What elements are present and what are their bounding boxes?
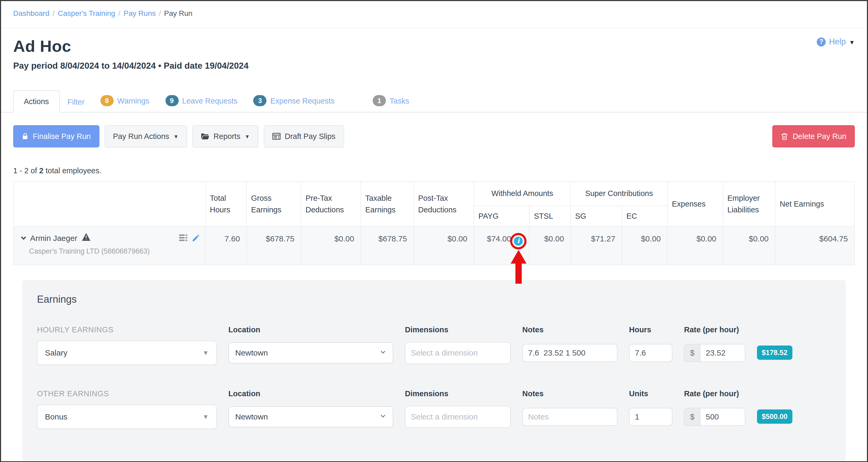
hourly-notes-input[interactable] — [522, 344, 617, 362]
hourly-total-badge: $178.52 — [757, 346, 793, 360]
pay-run-actions-button[interactable]: Pay Run Actions ▼ — [104, 125, 187, 147]
column-header-ec: EC — [622, 206, 668, 227]
currency-prefix: $ — [684, 344, 700, 362]
edit-pencil-icon[interactable] — [192, 234, 200, 242]
button-label: Finalise Pay Run — [33, 132, 91, 140]
pay-run-page: Dashboard/Casper's Training/Pay Runs/Pay… — [0, 0, 868, 462]
cell-payg: $74.00 i — [474, 227, 529, 265]
tab-label: Actions — [24, 97, 49, 106]
expense-requests-count-badge: 3 — [253, 95, 267, 106]
tab-label: Warnings — [117, 96, 149, 105]
reports-button[interactable]: Reports ▼ — [192, 125, 258, 147]
hourly-hours-input[interactable] — [629, 344, 673, 362]
cell-ec: $0.00 — [622, 227, 668, 265]
leave-requests-count-badge: 9 — [165, 95, 178, 106]
cell-sg: $71.27 — [571, 227, 622, 265]
cell-total-hours: 7.60 — [205, 227, 247, 265]
toolbar: Finalise Pay Run Pay Run Actions ▼ Repor… — [13, 125, 855, 147]
breadcrumb-separator: / — [159, 9, 161, 18]
location-label: Location — [228, 389, 393, 398]
earnings-panel-title: Earnings — [37, 294, 831, 305]
caret-down-icon: ▼ — [174, 134, 179, 139]
help-label: Help — [829, 37, 846, 46]
column-header-payg: PAYG — [474, 206, 529, 227]
finalise-pay-run-button[interactable]: Finalise Pay Run — [13, 125, 99, 147]
hourly-rate-input[interactable] — [700, 344, 745, 362]
tab-label: Expense Requests — [270, 96, 335, 105]
tab-warnings[interactable]: 8 Warnings — [93, 89, 157, 112]
lock-icon — [22, 133, 29, 140]
pay-period-subtitle: Pay period 8/04/2024 to 14/04/2024 • Pai… — [13, 61, 855, 71]
trash-icon — [781, 132, 788, 140]
cell-gross-earnings: $678.75 — [247, 227, 301, 265]
button-label: Delete Pay Run — [793, 132, 846, 140]
other-location-select[interactable]: Newtown — [228, 406, 393, 427]
summary-range: 1 - 2 of — [13, 166, 37, 175]
hourly-dimensions-input[interactable] — [405, 342, 510, 364]
payg-value: $74.00 — [487, 234, 511, 243]
other-units-input[interactable] — [629, 408, 673, 426]
hourly-location-select[interactable]: Newtown — [228, 342, 393, 363]
column-header-post-tax-deductions: Post-Tax Deductions — [414, 182, 474, 227]
selected-value: Newtown — [235, 412, 268, 421]
other-dimensions-input[interactable] — [405, 406, 510, 428]
summary-suffix: total employees. — [46, 166, 101, 175]
hourly-earnings-section-label: HOURLY EARNINGS — [37, 325, 217, 334]
hours-label: Hours — [629, 325, 673, 334]
tab-label: Leave Requests — [182, 96, 238, 105]
employee-column-header — [13, 182, 205, 227]
cell-pre-tax-deductions: $0.00 — [301, 227, 361, 265]
tab-expense-requests[interactable]: 3 Expense Requests — [246, 89, 343, 112]
dimensions-label: Dimensions — [405, 325, 510, 334]
warnings-count-badge: 8 — [100, 95, 114, 106]
employee-name[interactable]: Armin Jaeger — [30, 233, 77, 242]
column-header-sg: SG — [571, 206, 622, 227]
tab-filter[interactable]: Filter — [59, 91, 92, 112]
warning-triangle-icon — [82, 233, 90, 243]
page-header: Ad Hoc Pay period 8/04/2024 to 14/04/202… — [1, 29, 867, 71]
notes-label: Notes — [522, 389, 617, 398]
pay-run-table: Total Hours Gross Earnings Pre-Tax Deduc… — [13, 181, 855, 265]
other-notes-input[interactable] — [522, 408, 617, 426]
chevron-down-icon — [379, 412, 386, 421]
employee-count-summary: 1 - 2 of 2 total employees. — [13, 166, 855, 175]
tab-leave-requests[interactable]: 9 Leave Requests — [157, 89, 246, 112]
breadcrumb-current: Pay Run — [164, 9, 192, 18]
notes-label: Notes — [522, 325, 617, 334]
breadcrumb-link-business[interactable]: Casper's Training — [58, 9, 115, 18]
dimensions-label: Dimensions — [405, 389, 510, 398]
caret-down-icon: ▼ — [245, 134, 250, 139]
breadcrumb-link-pay-runs[interactable]: Pay Runs — [124, 9, 156, 18]
units-label: Units — [629, 389, 673, 398]
column-header-taxable-earnings: Taxable Earnings — [361, 182, 414, 227]
cell-employer-liabilities: $0.00 — [723, 227, 775, 265]
delete-pay-run-button[interactable]: Delete Pay Run — [773, 125, 855, 147]
help-link[interactable]: ? Help ▼ — [817, 37, 855, 46]
employee-row: Armin Jaeger Casper's Training LTD (5860… — [13, 227, 855, 265]
rate-label: Rate (per hour) — [684, 389, 811, 398]
other-rate-input[interactable] — [700, 408, 745, 426]
draft-pay-slips-button[interactable]: Draft Pay Slips — [264, 125, 344, 147]
annotation-red-arrow — [510, 250, 527, 284]
group-header-withheld-amounts: Withheld Amounts — [474, 182, 571, 206]
tab-tasks[interactable]: 1 Tasks — [365, 89, 417, 112]
other-earnings-type-select[interactable]: Bonus ▼ — [37, 405, 217, 429]
selected-value: Bonus — [45, 412, 67, 421]
pay-run-notes-icon[interactable] — [179, 234, 188, 242]
tab-actions[interactable]: Actions — [13, 90, 59, 112]
cell-expenses: $0.00 — [668, 227, 723, 265]
column-header-total-hours: Total Hours — [205, 182, 247, 227]
chevron-down-icon[interactable] — [20, 235, 27, 241]
employee-cell: Armin Jaeger Casper's Training LTD (5860… — [13, 227, 205, 265]
breadcrumb-separator: / — [53, 9, 55, 18]
tasks-count-badge: 1 — [373, 95, 386, 106]
other-earnings-section-label: OTHER EARNINGS — [37, 389, 217, 398]
selected-value: Newtown — [235, 349, 268, 357]
column-header-net-earnings: Net Earnings — [775, 182, 855, 227]
breadcrumb-separator: / — [118, 9, 121, 18]
hourly-earnings-type-select[interactable]: Salary ▼ — [37, 341, 217, 365]
other-total-badge: $500.00 — [757, 410, 793, 424]
breadcrumb-link-dashboard[interactable]: Dashboard — [13, 9, 50, 18]
dropdown-triangle-icon: ▼ — [203, 349, 209, 357]
pay-slip-list-icon — [272, 133, 280, 140]
